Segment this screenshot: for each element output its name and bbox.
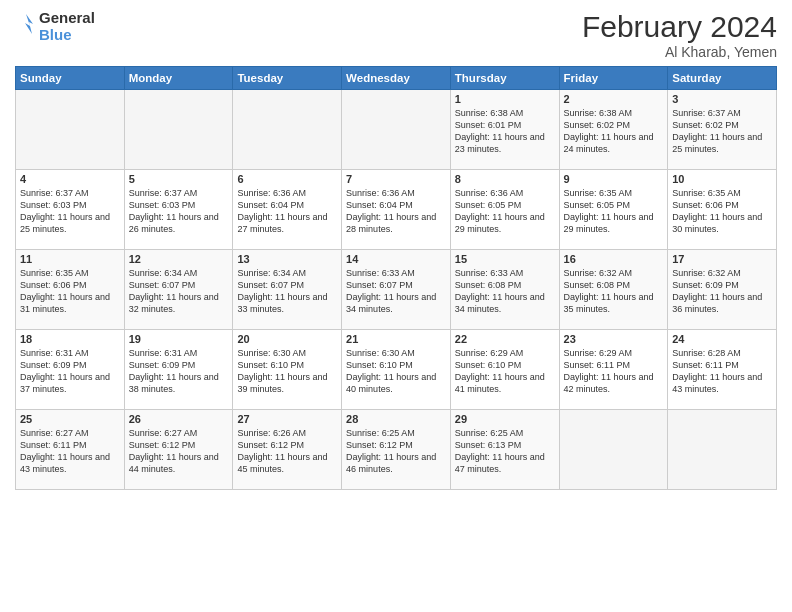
day-info: Sunrise: 6:36 AM Sunset: 6:05 PM Dayligh… <box>455 187 555 236</box>
calendar-cell: 10Sunrise: 6:35 AM Sunset: 6:06 PM Dayli… <box>668 170 777 250</box>
day-number: 13 <box>237 253 337 265</box>
day-number: 20 <box>237 333 337 345</box>
day-info: Sunrise: 6:29 AM Sunset: 6:10 PM Dayligh… <box>455 347 555 396</box>
day-info: Sunrise: 6:30 AM Sunset: 6:10 PM Dayligh… <box>237 347 337 396</box>
calendar-cell <box>124 90 233 170</box>
day-number: 29 <box>455 413 555 425</box>
calendar-title: February 2024 <box>582 10 777 44</box>
logo-container: GeneralBlue <box>15 10 95 43</box>
day-number: 23 <box>564 333 664 345</box>
calendar-cell <box>668 410 777 490</box>
page: GeneralBlue February 2024 Al Kharab, Yem… <box>0 0 792 612</box>
day-info: Sunrise: 6:37 AM Sunset: 6:03 PM Dayligh… <box>129 187 229 236</box>
day-info: Sunrise: 6:26 AM Sunset: 6:12 PM Dayligh… <box>237 427 337 476</box>
logo-text: GeneralBlue <box>39 10 95 43</box>
logo-general: General <box>39 10 95 27</box>
calendar-cell <box>342 90 451 170</box>
day-number: 17 <box>672 253 772 265</box>
day-info: Sunrise: 6:27 AM Sunset: 6:11 PM Dayligh… <box>20 427 120 476</box>
day-number: 3 <box>672 93 772 105</box>
header: GeneralBlue February 2024 Al Kharab, Yem… <box>15 10 777 60</box>
day-info: Sunrise: 6:37 AM Sunset: 6:03 PM Dayligh… <box>20 187 120 236</box>
calendar-week-row: 1Sunrise: 6:38 AM Sunset: 6:01 PM Daylig… <box>16 90 777 170</box>
calendar-cell <box>16 90 125 170</box>
calendar-cell: 16Sunrise: 6:32 AM Sunset: 6:08 PM Dayli… <box>559 250 668 330</box>
day-number: 21 <box>346 333 446 345</box>
calendar-cell: 1Sunrise: 6:38 AM Sunset: 6:01 PM Daylig… <box>450 90 559 170</box>
day-number: 22 <box>455 333 555 345</box>
calendar-cell: 19Sunrise: 6:31 AM Sunset: 6:09 PM Dayli… <box>124 330 233 410</box>
day-number: 4 <box>20 173 120 185</box>
weekday-header: Friday <box>559 67 668 90</box>
calendar-cell: 28Sunrise: 6:25 AM Sunset: 6:12 PM Dayli… <box>342 410 451 490</box>
calendar-cell: 21Sunrise: 6:30 AM Sunset: 6:10 PM Dayli… <box>342 330 451 410</box>
day-info: Sunrise: 6:31 AM Sunset: 6:09 PM Dayligh… <box>20 347 120 396</box>
day-number: 24 <box>672 333 772 345</box>
calendar-cell: 27Sunrise: 6:26 AM Sunset: 6:12 PM Dayli… <box>233 410 342 490</box>
logo-blue: Blue <box>39 27 95 44</box>
calendar-cell: 29Sunrise: 6:25 AM Sunset: 6:13 PM Dayli… <box>450 410 559 490</box>
title-block: February 2024 Al Kharab, Yemen <box>582 10 777 60</box>
calendar-cell: 22Sunrise: 6:29 AM Sunset: 6:10 PM Dayli… <box>450 330 559 410</box>
svg-marker-0 <box>25 14 33 34</box>
calendar-header-row: SundayMondayTuesdayWednesdayThursdayFrid… <box>16 67 777 90</box>
calendar-cell: 17Sunrise: 6:32 AM Sunset: 6:09 PM Dayli… <box>668 250 777 330</box>
day-info: Sunrise: 6:38 AM Sunset: 6:02 PM Dayligh… <box>564 107 664 156</box>
day-number: 7 <box>346 173 446 185</box>
calendar-cell: 4Sunrise: 6:37 AM Sunset: 6:03 PM Daylig… <box>16 170 125 250</box>
day-info: Sunrise: 6:25 AM Sunset: 6:13 PM Dayligh… <box>455 427 555 476</box>
day-number: 10 <box>672 173 772 185</box>
day-number: 14 <box>346 253 446 265</box>
calendar-week-row: 18Sunrise: 6:31 AM Sunset: 6:09 PM Dayli… <box>16 330 777 410</box>
calendar-cell: 8Sunrise: 6:36 AM Sunset: 6:05 PM Daylig… <box>450 170 559 250</box>
calendar-cell: 23Sunrise: 6:29 AM Sunset: 6:11 PM Dayli… <box>559 330 668 410</box>
calendar-cell: 15Sunrise: 6:33 AM Sunset: 6:08 PM Dayli… <box>450 250 559 330</box>
calendar-cell: 9Sunrise: 6:35 AM Sunset: 6:05 PM Daylig… <box>559 170 668 250</box>
weekday-header: Monday <box>124 67 233 90</box>
calendar-cell: 18Sunrise: 6:31 AM Sunset: 6:09 PM Dayli… <box>16 330 125 410</box>
calendar-cell: 7Sunrise: 6:36 AM Sunset: 6:04 PM Daylig… <box>342 170 451 250</box>
day-info: Sunrise: 6:29 AM Sunset: 6:11 PM Dayligh… <box>564 347 664 396</box>
calendar-cell: 12Sunrise: 6:34 AM Sunset: 6:07 PM Dayli… <box>124 250 233 330</box>
day-info: Sunrise: 6:34 AM Sunset: 6:07 PM Dayligh… <box>237 267 337 316</box>
calendar-cell: 20Sunrise: 6:30 AM Sunset: 6:10 PM Dayli… <box>233 330 342 410</box>
day-info: Sunrise: 6:27 AM Sunset: 6:12 PM Dayligh… <box>129 427 229 476</box>
day-info: Sunrise: 6:31 AM Sunset: 6:09 PM Dayligh… <box>129 347 229 396</box>
day-number: 26 <box>129 413 229 425</box>
day-info: Sunrise: 6:35 AM Sunset: 6:06 PM Dayligh… <box>20 267 120 316</box>
calendar-cell: 25Sunrise: 6:27 AM Sunset: 6:11 PM Dayli… <box>16 410 125 490</box>
day-info: Sunrise: 6:36 AM Sunset: 6:04 PM Dayligh… <box>237 187 337 236</box>
day-number: 2 <box>564 93 664 105</box>
day-number: 8 <box>455 173 555 185</box>
calendar-subtitle: Al Kharab, Yemen <box>582 44 777 60</box>
weekday-header: Sunday <box>16 67 125 90</box>
logo: GeneralBlue <box>15 10 95 43</box>
day-info: Sunrise: 6:33 AM Sunset: 6:07 PM Dayligh… <box>346 267 446 316</box>
calendar-cell: 13Sunrise: 6:34 AM Sunset: 6:07 PM Dayli… <box>233 250 342 330</box>
calendar-table: SundayMondayTuesdayWednesdayThursdayFrid… <box>15 66 777 490</box>
calendar-cell <box>559 410 668 490</box>
weekday-header: Saturday <box>668 67 777 90</box>
day-number: 9 <box>564 173 664 185</box>
day-number: 6 <box>237 173 337 185</box>
day-info: Sunrise: 6:36 AM Sunset: 6:04 PM Dayligh… <box>346 187 446 236</box>
calendar-cell: 2Sunrise: 6:38 AM Sunset: 6:02 PM Daylig… <box>559 90 668 170</box>
weekday-header: Thursday <box>450 67 559 90</box>
logo-bird-icon <box>15 12 37 42</box>
calendar-cell: 24Sunrise: 6:28 AM Sunset: 6:11 PM Dayli… <box>668 330 777 410</box>
calendar-cell: 6Sunrise: 6:36 AM Sunset: 6:04 PM Daylig… <box>233 170 342 250</box>
day-info: Sunrise: 6:25 AM Sunset: 6:12 PM Dayligh… <box>346 427 446 476</box>
day-info: Sunrise: 6:33 AM Sunset: 6:08 PM Dayligh… <box>455 267 555 316</box>
day-number: 11 <box>20 253 120 265</box>
calendar-cell: 26Sunrise: 6:27 AM Sunset: 6:12 PM Dayli… <box>124 410 233 490</box>
day-number: 1 <box>455 93 555 105</box>
day-number: 12 <box>129 253 229 265</box>
day-number: 15 <box>455 253 555 265</box>
weekday-header: Tuesday <box>233 67 342 90</box>
day-info: Sunrise: 6:37 AM Sunset: 6:02 PM Dayligh… <box>672 107 772 156</box>
day-info: Sunrise: 6:32 AM Sunset: 6:09 PM Dayligh… <box>672 267 772 316</box>
day-info: Sunrise: 6:28 AM Sunset: 6:11 PM Dayligh… <box>672 347 772 396</box>
calendar-week-row: 4Sunrise: 6:37 AM Sunset: 6:03 PM Daylig… <box>16 170 777 250</box>
calendar-cell <box>233 90 342 170</box>
day-info: Sunrise: 6:38 AM Sunset: 6:01 PM Dayligh… <box>455 107 555 156</box>
